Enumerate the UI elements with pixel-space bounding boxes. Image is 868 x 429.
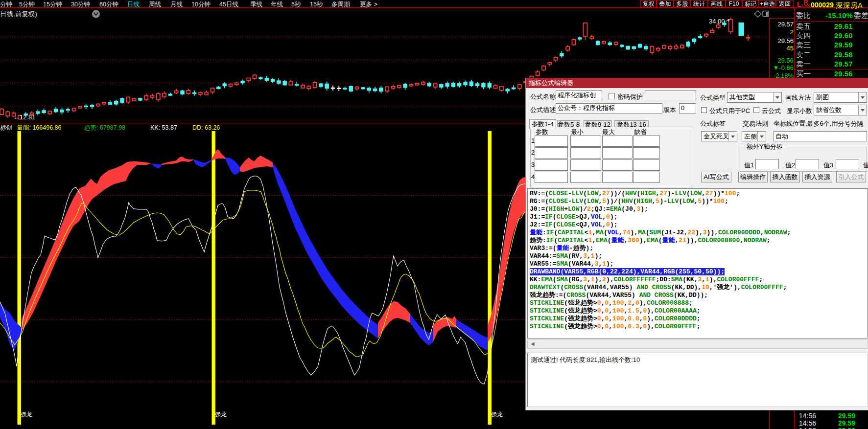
svg-text:34.00: 34.00 (709, 18, 725, 25)
svg-text:标创 量能: 166496.86趋势: 67987.98KK: 标创 量能: 166496.86趋势: 67987.98KK: 53.87DD:… (0, 124, 220, 131)
svg-text:强龙: 强龙 (21, 411, 32, 418)
svg-text:←12.81: ←12.81 (13, 113, 36, 121)
svg-text:日线,前复权): 日线,前复权) (0, 10, 37, 18)
svg-text:强龙: 强龙 (491, 411, 503, 418)
svg-text:强龙: 强龙 (215, 411, 227, 418)
